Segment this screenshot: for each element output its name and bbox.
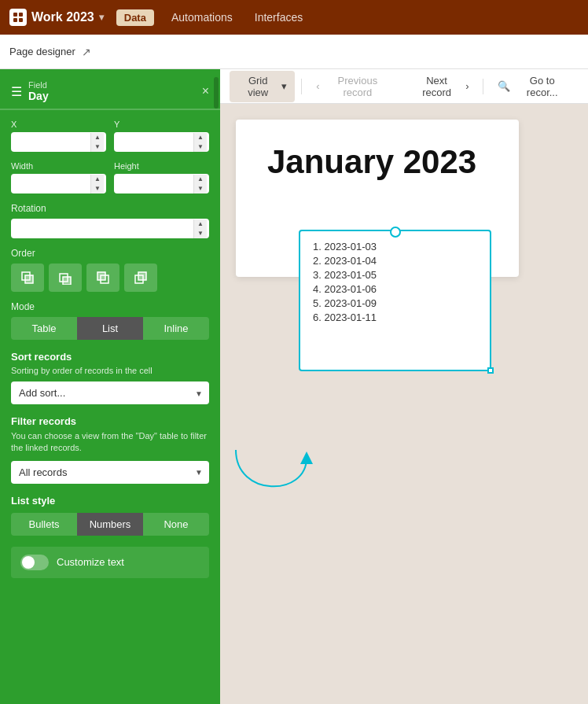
mode-table-button[interactable]: Table [11,317,77,340]
y-down-arrow[interactable]: ▼ [194,142,207,152]
x-down-arrow[interactable]: ▼ [91,142,104,152]
rotation-input[interactable]: 0 ▲ ▼ [11,219,209,238]
search-icon: 🔍 [498,80,510,92]
canvas: January 2023 1. 2023-01-03 2. 2023-01-04… [220,104,588,704]
y-spinner[interactable]: ▲ ▼ [193,133,207,152]
x-spinner[interactable]: ▲ ▼ [90,133,104,152]
prev-record-button[interactable]: ‹ Previous record [308,71,400,102]
nav-tab-automations[interactable]: Automations [167,8,237,27]
page-title: January 2023 [267,143,487,181]
filter-dropdown[interactable]: All records [11,461,209,484]
list-item: 5. 2023-01-09 [313,297,477,309]
field-name-label: Day [28,90,49,102]
go-to-record-button[interactable]: 🔍 Go to recor... [490,71,579,102]
external-link-icon[interactable]: ↗ [82,46,91,58]
mode-inline-button[interactable]: Inline [143,317,209,340]
rotation-spinner[interactable]: ▲ ▼ [193,219,207,238]
height-spinner[interactable]: ▲ ▼ [193,175,207,194]
svg-rect-2 [13,18,17,22]
toolbar-separator-1 [301,79,302,94]
position-section: X 80 ▲ ▼ Y 220 ▲ ▼ [0,110,220,588]
page-designer-label[interactable]: Page designer [9,46,75,57]
y-up-arrow[interactable]: ▲ [194,133,207,142]
y-value[interactable]: 220 [114,132,193,152]
mode-buttons: Table List Inline [11,317,209,340]
list-item: 2. 2023-01-04 [313,255,477,267]
height-up-arrow[interactable]: ▲ [194,175,207,184]
grid-view-label: Grid view [237,75,278,98]
go-to-record-label: Go to recor... [513,75,571,98]
width-spinner[interactable]: ▲ ▼ [90,175,104,194]
date-list: 1. 2023-01-03 2. 2023-01-04 3. 2023-01-0… [313,241,477,323]
sort-records-label: Sort records [11,351,209,363]
y-input[interactable]: 220 ▲ ▼ [114,132,209,152]
linked-field-box[interactable]: 1. 2023-01-03 2. 2023-01-04 3. 2023-01-0… [299,230,491,371]
x-label: X [11,120,106,129]
order-label: Order [11,248,209,259]
sidebar-close-button[interactable]: × [202,84,209,98]
nav-tab-data[interactable]: Data [116,9,154,26]
order-btn-3[interactable] [86,264,119,292]
next-record-button[interactable]: Next record › [403,71,476,102]
x-input[interactable]: 80 ▲ ▼ [11,132,106,152]
filter-records-label: Filter records [11,415,209,427]
mode-list-button[interactable]: List [77,317,143,340]
app-logo[interactable]: Work 2023 ▾ [9,9,104,26]
sidebar-scroll[interactable] [214,69,219,704]
order-buttons [11,264,209,292]
nav-tab-interfaces[interactable]: Interfaces [250,8,307,27]
app-chevron-icon[interactable]: ▾ [99,12,104,23]
width-field: Width 230 ▲ ▼ [11,161,106,194]
height-value[interactable]: 170 [114,174,193,194]
sidebar-header: ☰ Field Day × [0,69,220,109]
mode-label: Mode [11,301,209,312]
order-btn-2[interactable] [49,264,82,292]
list-item: 3. 2023-01-05 [313,269,477,281]
order-btn-4[interactable] [124,264,157,292]
sort-dropdown-wrapper: Add sort... [11,381,209,404]
x-up-arrow[interactable]: ▲ [91,133,104,142]
next-chevron-icon: › [465,80,469,92]
app-name: Work 2023 [31,10,94,24]
width-down-arrow[interactable]: ▼ [91,184,104,194]
svg-rect-3 [19,18,23,22]
field-meta-label: Field [28,80,49,90]
toolbar: Grid view ▾ ‹ Previous record Next recor… [220,69,588,104]
width-input[interactable]: 230 ▲ ▼ [11,174,106,194]
grid-view-button[interactable]: Grid view ▾ [230,71,295,102]
customize-label: Customize text [57,556,124,568]
main-area: ☰ Field Day × X 80 ▲ ▼ [0,69,588,704]
order-btn-1[interactable] [11,264,44,292]
prev-chevron-icon: ‹ [316,80,319,92]
sub-nav: Page designer ↗ [0,35,588,69]
rotation-value[interactable]: 0 [11,219,193,238]
resize-handle[interactable] [487,367,494,374]
list-item: 1. 2023-01-03 [313,241,477,252]
height-down-arrow[interactable]: ▼ [194,184,207,194]
width-value[interactable]: 230 [11,174,90,194]
svg-rect-8 [97,272,105,280]
list-style-bullets-button[interactable]: Bullets [11,513,77,536]
width-up-arrow[interactable]: ▲ [91,175,104,184]
rotation-label: Rotation [11,203,209,214]
toolbar-separator-2 [483,79,483,94]
list-item: 4. 2023-01-06 [313,283,477,295]
sidebar-header-left: ☰ Field Day [11,80,49,102]
list-style-none-button[interactable]: None [143,513,209,536]
height-input[interactable]: 170 ▲ ▼ [114,174,209,194]
sort-dropdown[interactable]: Add sort... [11,381,209,404]
list-style-label: List style [11,495,209,507]
x-value[interactable]: 80 [11,132,90,152]
svg-rect-5 [25,275,33,283]
customize-toggle[interactable] [20,555,49,570]
list-style-numbers-button[interactable]: Numbers [77,513,143,536]
logo-icon [9,9,27,26]
rotation-down-arrow[interactable]: ▼ [194,229,207,238]
next-record-label: Next record [411,75,462,98]
height-field: Height 170 ▲ ▼ [114,161,209,194]
content-area: Grid view ▾ ‹ Previous record Next recor… [220,69,588,704]
sidebar-menu-icon: ☰ [11,84,22,99]
svg-rect-1 [19,13,23,17]
sidebar: ☰ Field Day × X 80 ▲ ▼ [0,69,220,704]
rotation-up-arrow[interactable]: ▲ [194,219,207,229]
